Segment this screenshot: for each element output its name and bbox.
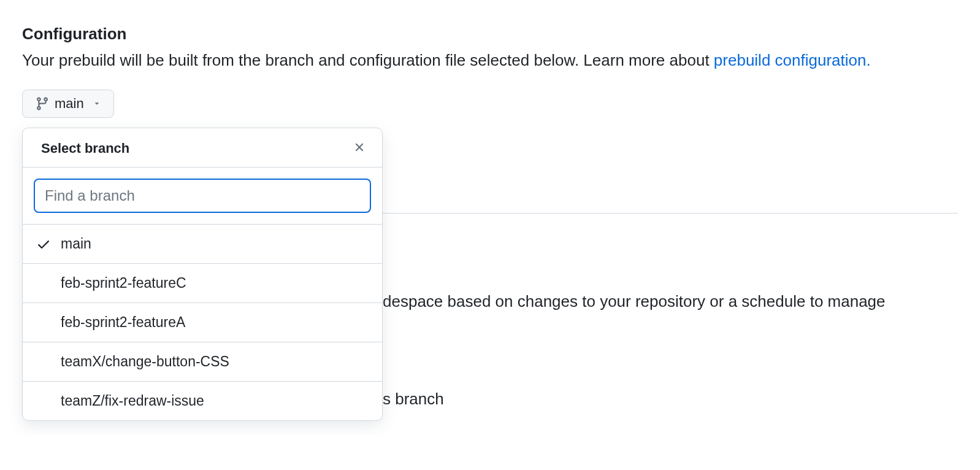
configuration-heading: Configuration — [22, 25, 958, 44]
branch-item[interactable]: teamX/change-button-CSS — [23, 342, 382, 381]
caret-down-icon — [93, 99, 101, 108]
close-button[interactable] — [350, 138, 369, 158]
branch-list: main feb-sprint2-featureC feb-sprint2-fe… — [23, 224, 382, 420]
branch-item-main[interactable]: main — [23, 224, 382, 263]
branch-button-label: main — [55, 97, 84, 110]
branch-item-label: feb-sprint2-featureA — [61, 314, 369, 331]
obscured-text-line-1: despace based on changes to your reposit… — [383, 290, 958, 314]
branch-item-label: feb-sprint2-featureC — [61, 275, 369, 291]
popover-title: Select branch — [41, 141, 129, 156]
configuration-description: Your prebuild will be built from the bra… — [22, 48, 958, 72]
branch-item-label: main — [61, 236, 369, 252]
branch-selector-button[interactable]: main — [22, 90, 114, 118]
branch-item[interactable]: teamZ/fix-redraw-issue — [23, 381, 382, 420]
prebuild-configuration-link[interactable]: prebuild configuration. — [714, 51, 871, 69]
branch-item-label: teamZ/fix-redraw-issue — [61, 393, 369, 409]
obscured-text-line-2: s branch — [383, 387, 958, 411]
branch-item[interactable]: feb-sprint2-featureA — [23, 302, 382, 342]
branch-search-input[interactable] — [34, 179, 371, 213]
git-branch-icon — [35, 96, 50, 111]
search-wrapper — [23, 168, 382, 224]
check-icon — [36, 237, 61, 252]
branch-item-label: teamX/change-button-CSS — [61, 353, 369, 370]
branch-selector-popover: Select branch main — [22, 128, 383, 421]
description-text: Your prebuild will be built from the bra… — [22, 51, 714, 69]
close-icon — [353, 141, 366, 156]
branch-item[interactable]: feb-sprint2-featureC — [23, 263, 382, 302]
popover-header: Select branch — [23, 128, 382, 168]
